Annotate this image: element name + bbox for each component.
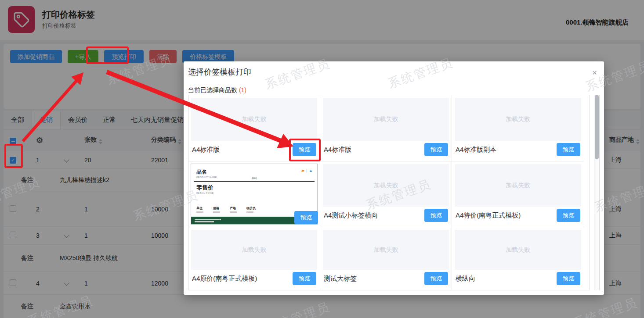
preview-button[interactable]: 预览 [424,272,448,285]
load-failed-placeholder: 加载失败 [191,98,317,141]
load-failed-placeholder: 加载失败 [455,230,581,270]
template-card: 加载失败 A4标准版 预览 [320,95,452,161]
preview-button[interactable]: 预览 [557,272,580,285]
template-card: 加载失败 测试大标签 预览 [320,227,452,290]
preview-button[interactable]: 预览 [557,209,580,222]
label-retail-price: 零售价RETAIL PRICE [196,184,214,194]
template-name: A4标准版副本 [456,146,496,154]
template-card: 加载失败 A4特价(南粤正式模板) 预览 [452,161,584,227]
template-grid: 加载失败 A4标准版 预览 加载失败 A4标准版 预览 加载失败 A4标准版副本… [188,95,590,290]
template-name: A4标准版 [324,146,351,154]
load-failed-placeholder: 加载失败 [455,98,581,141]
selected-count-value: (1) [239,86,246,93]
selected-count-label: 当前已选择商品数 [188,86,237,93]
load-failed-placeholder: 加载失败 [191,230,317,270]
load-failed-placeholder: 加载失败 [455,164,581,207]
close-icon[interactable]: × [592,68,597,77]
preview-button[interactable]: 预览 [424,209,448,222]
preview-button[interactable]: 预览 [557,143,580,156]
load-failed-placeholder: 加载失败 [323,98,449,141]
brand-logos: ▰|▲ [301,168,313,173]
preview-button[interactable]: 预览 [294,211,318,224]
scrollbar-thumb[interactable] [595,95,599,159]
template-name: A4原价(南粤正式模板) [192,275,257,283]
load-failed-placeholder: 加载失败 [323,164,449,207]
template-card: 加载失败 A4测试小标签横向 预览 [320,161,452,227]
template-name: A4特价(南粤正式模板) [456,211,521,220]
preview-button[interactable]: 预览 [293,272,316,285]
divider [194,181,315,182]
template-name: 测试大标签 [324,275,357,283]
selected-count-line: 当前已选择商品数 (1) [188,86,246,94]
template-card-with-image: 品名PRODUCT NAME ▰|▲ 条码 零售价RETAIL PRICE 单位… [188,161,320,227]
modal-title: 选择价签模板打印 [188,67,251,77]
modal-scrollbar[interactable] [594,95,600,290]
preview-button[interactable]: 预览 [424,143,448,156]
template-card: 加载失败 A4原价(南粤正式模板) 预览 [188,227,320,290]
template-select-modal: 选择价签模板打印 × 当前已选择商品数 (1) 加载失败 A4标准版 预览 加载… [184,61,604,295]
template-name: A4标准版 [192,146,220,154]
template-name: A4测试小标签横向 [324,211,378,220]
template-card: 加载失败 横纵向 预览 [452,227,584,290]
load-failed-placeholder: 加载失败 [323,230,449,270]
template-name: 横纵向 [456,275,475,283]
preview-button[interactable]: 预览 [293,143,316,156]
template-card: 加载失败 A4标准版 预览 [188,95,320,161]
template-card: 加载失败 A4标准版副本 预览 [452,95,584,161]
label-barcode: 条码 [191,176,317,180]
